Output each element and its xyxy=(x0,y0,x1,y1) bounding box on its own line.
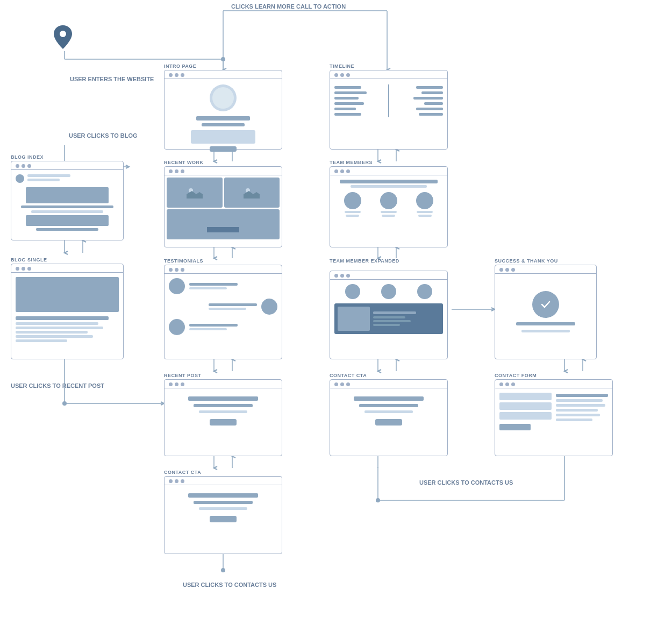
contact-form-box xyxy=(495,379,613,456)
blog-single-label: BLOG SINGLE xyxy=(11,257,47,263)
svg-point-39 xyxy=(60,31,66,37)
recent-post-box xyxy=(164,379,282,456)
recent-work-box xyxy=(164,166,282,247)
intro-page-label: INTRO PAGE xyxy=(164,63,196,69)
recent-work-label: RECENT WORK xyxy=(164,160,204,165)
contact-cta-mid-box xyxy=(330,379,448,456)
contact-cta-mid-label: CONTACT CTA xyxy=(330,373,367,378)
blog-index-label: BLOG INDEX xyxy=(11,154,44,160)
recent-post-label: RECENT POST xyxy=(164,373,202,378)
blog-index-box xyxy=(11,161,124,240)
svg-point-32 xyxy=(376,498,380,502)
contact-form-label: CONTACT FORM xyxy=(495,373,537,378)
team-members-label: TEAM MEMBERS xyxy=(330,160,373,165)
clicks-learn-more-label: CLICKS LEARN MORE CALL TO ACTION xyxy=(231,3,346,11)
user-clicks-blog-label: USER CLICKS TO BLOG xyxy=(69,132,138,140)
user-enters-label: USER ENTERS THE WEBSITE xyxy=(70,75,154,83)
timeline-box xyxy=(330,70,448,150)
user-clicks-contacts-right-label: USER CLICKS TO CONTACTS US xyxy=(419,479,513,487)
team-member-expanded-label: TEAM MEMBER EXPANDED xyxy=(330,258,405,264)
contact-cta-bottom-box xyxy=(164,476,282,554)
blog-single-box xyxy=(11,264,124,359)
contact-cta-bottom-label: CONTACT CTA xyxy=(164,470,201,475)
testimonials-box xyxy=(164,265,282,359)
svg-point-25 xyxy=(62,401,67,406)
diagram-container: USER ENTERS THE WEBSITE CLICKS LEARN MOR… xyxy=(0,0,672,624)
testimonials-label: TESTIMONIALS xyxy=(164,258,203,264)
intro-page-box xyxy=(164,70,282,150)
user-clicks-contacts-bottom-label: USER CLICKS TO CONTACTS US xyxy=(183,581,276,589)
location-pin-icon xyxy=(52,24,74,51)
svg-point-36 xyxy=(221,568,225,572)
success-thank-you-box xyxy=(495,265,597,359)
user-clicks-recent-label: USER CLICKS TO RECENT POST xyxy=(11,382,104,390)
team-member-expanded-box xyxy=(330,271,448,359)
timeline-label: TIMELINE xyxy=(330,63,354,69)
team-members-box xyxy=(330,166,448,247)
success-thank-you-label: SUCCESS & THANK YOU xyxy=(495,258,558,264)
svg-rect-45 xyxy=(207,227,239,232)
svg-point-37 xyxy=(221,57,225,61)
